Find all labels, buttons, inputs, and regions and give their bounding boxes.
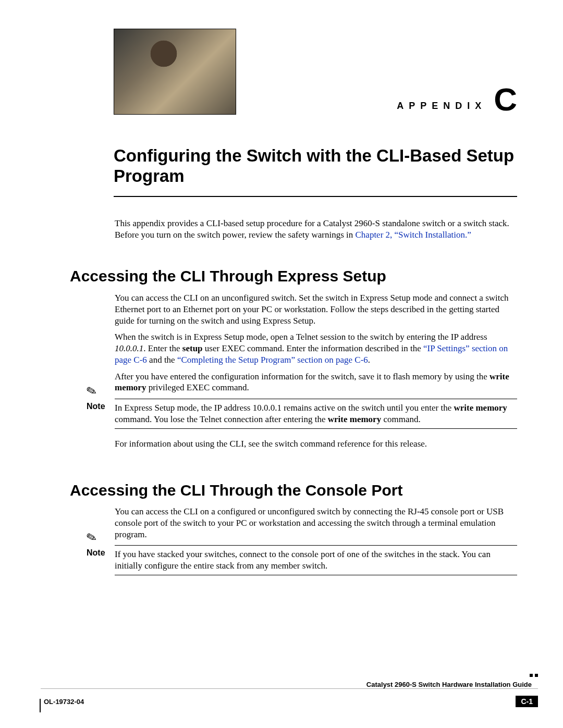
appendix-label: APPENDIX (397, 101, 486, 112)
n1-c: command. (381, 414, 421, 424)
s1-p2-c: user EXEC command. Enter the information… (203, 343, 423, 353)
footer-decor (530, 674, 538, 677)
s1-p3: After you have entered the configuration… (115, 371, 517, 394)
heading-console-port: Accessing the CLI Through the Console Po… (70, 482, 402, 499)
header-row: APPENDIX C (0, 29, 563, 115)
note-label-2: Note (87, 548, 105, 558)
s1-p3-a: After you have entered the configuration… (115, 372, 489, 381)
s1-p2-b: . Enter the (143, 343, 182, 353)
note-rule-bottom-2 (115, 575, 517, 575)
note-block-1: ✎ Note In Express Setup mode, the IP add… (115, 399, 517, 429)
n1-b: command. You lose the Telnet connection … (115, 414, 328, 424)
s1-p4: For information about using the CLI, see… (115, 438, 517, 450)
title-block: Configuring the Switch with the CLI-Base… (114, 146, 517, 197)
pencil-icon: ✎ (85, 529, 99, 546)
s1-p2-d: and the (147, 355, 177, 365)
note-text-2: If you have stacked your switches, conne… (115, 546, 517, 575)
s1-p2-ip: 10.0.0.1 (115, 343, 143, 353)
footer-guide-title: Catalyst 2960-S Switch Hardware Installa… (366, 681, 532, 688)
intro-paragraph: This appendix provides a CLI-based setup… (115, 218, 517, 241)
footer-lower: OL-19732-04 C-1 (28, 696, 563, 707)
s2-p1: You can access the CLI on a configured o… (115, 506, 517, 540)
s1-p2-e: . (368, 355, 370, 365)
appendix-letter: C (494, 83, 517, 116)
note-text-1: In Express Setup mode, the IP address 10… (115, 399, 517, 428)
note-block-2: ✎ Note If you have stacked your switches… (115, 545, 517, 575)
footer-left-line (40, 699, 41, 712)
appendix-block: APPENDIX C (236, 83, 563, 115)
s1-p2: When the switch is in Express Setup mode… (115, 331, 517, 365)
page: APPENDIX C Configuring the Switch with t… (0, 0, 563, 728)
n1-bold1: write memory (454, 403, 507, 413)
title-rule (114, 196, 517, 197)
s1-p2-a: When the switch is in Express Setup mode… (115, 332, 487, 342)
link-switch-installation[interactable]: Chapter 2, “Switch Installation.” (356, 230, 471, 240)
n1-a: In Express Setup mode, the IP address 10… (115, 403, 454, 413)
link-completing-setup[interactable]: “Completing the Setup Program” section o… (177, 355, 368, 365)
note-rule-bottom-1 (115, 428, 517, 429)
page-number: C-1 (516, 696, 538, 707)
footer-bar (41, 688, 538, 693)
section-console-port: You can access the CLI on a configured o… (115, 506, 517, 575)
s1-p1: You can access the CLI on an unconfigure… (115, 292, 517, 326)
header-photo (114, 29, 236, 115)
section-express-setup: You can access the CLI on an unconfigure… (115, 292, 517, 450)
s1-p3-b: privileged EXEC command. (146, 382, 249, 392)
heading-express-setup: Accessing the CLI Through Express Setup (70, 267, 386, 285)
note-label-1: Note (87, 402, 105, 411)
footer: Catalyst 2960-S Switch Hardware Installa… (28, 688, 563, 707)
pencil-icon: ✎ (85, 383, 99, 400)
s1-p2-bold: setup (182, 343, 203, 353)
page-title: Configuring the Switch with the CLI-Base… (114, 146, 517, 187)
n1-bold2: write memory (328, 414, 381, 424)
doc-code: OL-19732-04 (44, 698, 84, 706)
intro-block: This appendix provides a CLI-based setup… (115, 218, 517, 241)
